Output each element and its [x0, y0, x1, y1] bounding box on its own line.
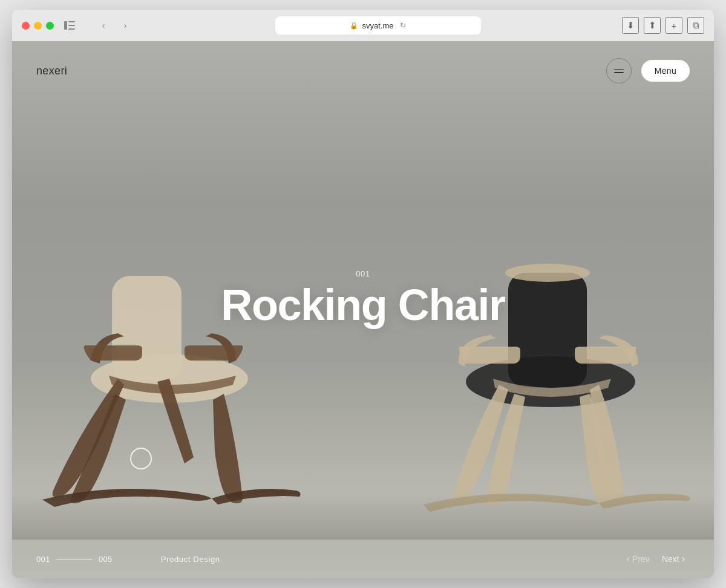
- url-text: svyat.me: [362, 21, 393, 30]
- prev-button[interactable]: ‹ Prev: [622, 551, 655, 567]
- share-button[interactable]: ⬆: [644, 17, 661, 34]
- chair-left: [24, 215, 339, 530]
- menu-icon-button[interactable]: [606, 58, 632, 83]
- traffic-light-close[interactable]: [22, 22, 30, 30]
- prev-label: Prev: [632, 554, 650, 564]
- website-content: nexeri Menu 001 Rocking Chair 001: [12, 41, 714, 578]
- address-bar-container: 🔒 svyat.me ↻: [141, 16, 615, 34]
- svg-rect-7: [508, 273, 587, 388]
- ground-shadow: [12, 491, 714, 540]
- svg-rect-3: [68, 28, 75, 30]
- site-logo: nexeri: [36, 65, 67, 77]
- traffic-lights: [22, 22, 54, 30]
- browser-window: ‹ › 🔒 svyat.me ↻ ⬇ ⬆ + ⧉: [12, 10, 714, 578]
- hamburger-line-1: [614, 69, 624, 70]
- tab-overview-button[interactable]: ⧉: [687, 17, 704, 34]
- traffic-light-fullscreen[interactable]: [46, 22, 54, 30]
- chair-right: [387, 215, 714, 530]
- browser-titlebar: ‹ › 🔒 svyat.me ↻ ⬇ ⬆ + ⧉: [12, 10, 714, 41]
- counter-start: 001: [36, 555, 50, 564]
- category-label: Product Design: [161, 555, 220, 564]
- counter-end: 005: [99, 555, 113, 564]
- svg-rect-1: [68, 21, 75, 22]
- hero-content: 001 Rocking Chair: [221, 269, 505, 327]
- site-navigation: nexeri Menu: [12, 41, 714, 100]
- forward-button[interactable]: ›: [117, 17, 134, 34]
- svg-rect-2: [68, 25, 75, 26]
- prev-chevron-icon: ‹: [627, 554, 630, 564]
- nav-right: Menu: [606, 58, 690, 83]
- bottom-bar: 001 005 Product Design ‹ Prev Next ›: [12, 540, 714, 578]
- lock-icon: 🔒: [350, 22, 358, 30]
- traffic-light-minimize[interactable]: [34, 22, 42, 30]
- back-button[interactable]: ‹: [95, 17, 112, 34]
- next-button[interactable]: Next ›: [657, 551, 690, 567]
- menu-button[interactable]: Menu: [641, 60, 690, 82]
- slide-number: 001: [221, 269, 505, 278]
- download-button[interactable]: ⬇: [622, 17, 639, 34]
- svg-rect-0: [64, 21, 67, 30]
- new-tab-button[interactable]: +: [666, 17, 682, 34]
- next-chevron-icon: ›: [682, 554, 685, 564]
- counter-line: [56, 559, 93, 560]
- slide-navigation: ‹ Prev Next ›: [622, 551, 690, 567]
- hamburger-line-2: [614, 72, 624, 73]
- hero-title: Rocking Chair: [221, 283, 505, 327]
- next-label: Next: [662, 554, 679, 564]
- svg-rect-5: [112, 276, 182, 382]
- hamburger-icon: [614, 69, 624, 73]
- address-bar[interactable]: 🔒 svyat.me ↻: [275, 16, 481, 34]
- slide-counter: 001 005: [36, 555, 113, 564]
- circle-indicator[interactable]: [130, 448, 152, 469]
- refresh-icon[interactable]: ↻: [400, 21, 406, 30]
- browser-actions: ⬇ ⬆ + ⧉: [622, 17, 704, 34]
- sidebar-toggle-button[interactable]: [61, 17, 78, 34]
- browser-nav-controls: ‹ ›: [95, 17, 134, 34]
- svg-point-8: [505, 264, 590, 282]
